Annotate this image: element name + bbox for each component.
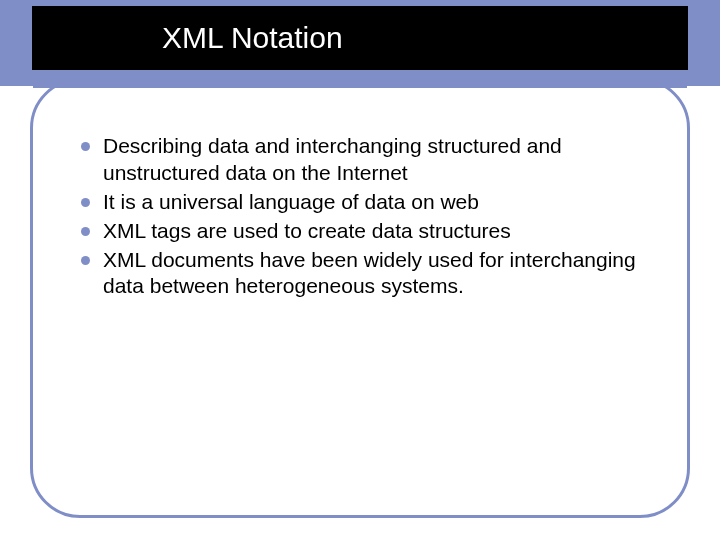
bullet-list: Describing data and interchanging struct… [75, 133, 645, 300]
title-bar: XML Notation [32, 6, 688, 70]
list-item: It is a universal language of data on we… [75, 189, 645, 216]
bullet-text: It is a universal language of data on we… [103, 190, 479, 213]
card-top-mask [33, 78, 687, 88]
slide-title: XML Notation [162, 21, 343, 55]
bullet-text: Describing data and interchanging struct… [103, 134, 562, 184]
bullet-text: XML documents have been widely used for … [103, 248, 636, 298]
slide: XML Notation Describing data and interch… [0, 0, 720, 540]
content-card: Describing data and interchanging struct… [30, 78, 690, 518]
list-item: XML tags are used to create data structu… [75, 218, 645, 245]
list-item: XML documents have been widely used for … [75, 247, 645, 301]
bullet-text: XML tags are used to create data structu… [103, 219, 511, 242]
list-item: Describing data and interchanging struct… [75, 133, 645, 187]
